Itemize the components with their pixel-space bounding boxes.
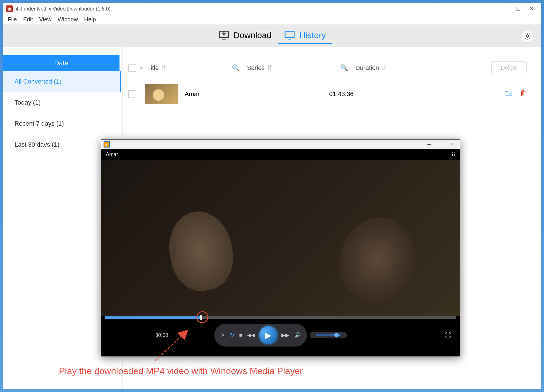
- select-all-checkbox[interactable]: [128, 64, 136, 72]
- delete-button[interactable]: Delete: [491, 61, 527, 74]
- col-series[interactable]: Series: [247, 64, 265, 72]
- app-window: ◉ 4kFinder Netflix Video Downloader (1.6…: [3, 3, 541, 389]
- filter-today[interactable]: Today (1): [3, 92, 122, 113]
- open-folder-icon[interactable]: [504, 90, 512, 99]
- mp-minimize-button[interactable]: ─: [423, 142, 435, 147]
- volume-slider[interactable]: [316, 334, 341, 336]
- tab-download[interactable]: Download: [212, 27, 278, 44]
- col-title[interactable]: Title: [147, 64, 159, 72]
- tab-download-label: Download: [234, 30, 271, 40]
- menu-view[interactable]: View: [39, 16, 51, 23]
- video-frame[interactable]: [101, 160, 460, 316]
- search-icon[interactable]: 🔍: [340, 64, 348, 72]
- media-player-window: ▶ ─ ☐ ✕ Amar ⠿ 30:08 ✕ ↻ ■ ◀◀ ▶: [101, 139, 460, 356]
- sidebar-header: Date: [3, 55, 119, 71]
- trash-icon[interactable]: [520, 90, 527, 99]
- media-player-video-title-bar: Amar ⠿: [101, 149, 460, 160]
- repeat-button[interactable]: ↻: [230, 332, 234, 338]
- col-duration[interactable]: Duration: [355, 64, 379, 72]
- minimize-button[interactable]: ─: [499, 5, 512, 13]
- filter-recent-7[interactable]: Recent 7 days (1): [3, 113, 122, 134]
- row-checkbox[interactable]: [128, 90, 136, 98]
- fullscreen-button[interactable]: ⛶: [445, 331, 451, 339]
- mp-maximize-button[interactable]: ☐: [435, 142, 446, 147]
- volume-icon[interactable]: 🔊: [294, 332, 301, 338]
- sort-icon[interactable]: ⇵: [161, 64, 166, 72]
- progress-bar[interactable]: [105, 316, 456, 319]
- menubar: File Edit View Window Help: [3, 14, 541, 24]
- tabbar: Download History: [3, 24, 541, 47]
- settings-button[interactable]: [522, 31, 533, 43]
- row-actions: [504, 90, 527, 99]
- play-button[interactable]: ▶: [259, 326, 277, 344]
- annotation-text: Play the downloaded MP4 video with Windo…: [59, 366, 303, 376]
- menu-file[interactable]: File: [8, 16, 17, 23]
- media-player-icon: ▶: [104, 141, 110, 148]
- gear-icon: [524, 32, 531, 41]
- search-icon[interactable]: 🔍: [232, 64, 240, 72]
- maximize-button[interactable]: ☐: [512, 5, 525, 13]
- rewind-button[interactable]: ◀◀: [247, 332, 255, 338]
- table-row[interactable]: Amar 01:43:36: [123, 80, 532, 108]
- row-duration: 01:43:36: [329, 90, 423, 98]
- shuffle-button[interactable]: ✕: [221, 332, 225, 338]
- svg-rect-2: [285, 31, 294, 38]
- playback-time: 30:08: [155, 332, 168, 338]
- sort-icon[interactable]: ⇵: [267, 64, 272, 72]
- chevron-down-icon[interactable]: ▾: [140, 64, 145, 72]
- table-header: ▾ Title ⇵ 🔍 Series ⇵ 🔍 Duration ⇵ Delete: [123, 56, 532, 80]
- menu-help[interactable]: Help: [84, 16, 96, 23]
- menu-window[interactable]: Window: [58, 16, 78, 23]
- history-icon: [284, 30, 295, 40]
- tab-history-label: History: [299, 30, 326, 40]
- mp-close-button[interactable]: ✕: [446, 142, 458, 147]
- volume-knob[interactable]: [334, 333, 339, 337]
- app-icon: ◉: [6, 5, 13, 12]
- row-title: Amar: [185, 90, 329, 98]
- stop-button[interactable]: ■: [239, 332, 242, 338]
- video-thumbnail[interactable]: [145, 84, 178, 104]
- media-player-titlebar: ▶ ─ ☐ ✕: [101, 140, 460, 149]
- svg-rect-3: [288, 39, 291, 40]
- tab-history[interactable]: History: [278, 27, 332, 44]
- svg-rect-1: [222, 39, 226, 40]
- expand-icon[interactable]: ⠿: [452, 152, 455, 158]
- titlebar: ◉ 4kFinder Netflix Video Downloader (1.6…: [3, 3, 541, 14]
- app-title: 4kFinder Netflix Video Downloader (1.6.0…: [16, 6, 499, 12]
- close-button[interactable]: ✕: [525, 5, 538, 13]
- sort-icon[interactable]: ⇵: [381, 64, 386, 72]
- download-icon: [218, 30, 230, 40]
- menu-edit[interactable]: Edit: [23, 16, 33, 23]
- volume-control[interactable]: [310, 332, 347, 338]
- media-player-video-title: Amar: [106, 152, 118, 158]
- player-controls: 30:08 ✕ ↻ ■ ◀◀ ▶ ▶▶ 🔊 ⛶: [101, 319, 460, 352]
- filter-all-converted[interactable]: All Converted (1): [3, 71, 121, 92]
- forward-button[interactable]: ▶▶: [281, 332, 289, 338]
- progress-fill: [105, 316, 200, 319]
